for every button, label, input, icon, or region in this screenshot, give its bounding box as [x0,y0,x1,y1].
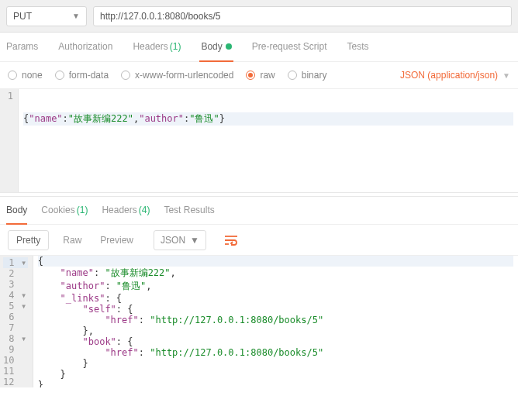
radio-icon [288,71,297,80]
chevron-down-icon: ▼ [502,71,510,80]
format-select[interactable]: JSON ▼ [154,230,206,250]
line-number: 8 ▾ [3,333,28,344]
code-line: } [38,358,513,369]
response-body-editor[interactable]: 1 ▾2 3 4 ▾5 ▾6 7 8 ▾9 10 11 12 { "name":… [0,256,518,387]
radio-icon [55,71,64,80]
radio-label: binary [302,70,327,81]
radio-label: form-data [69,70,109,81]
radio-icon [8,71,17,80]
line-number: 6 [3,312,28,322]
body-type-options: none form-data x-www-form-urlencoded raw… [0,62,518,88]
line-number: 7 [3,322,28,333]
tab-label: Headers [102,205,136,215]
tab-count: (4) [139,205,150,215]
tab-count: (1) [77,205,88,215]
line-number: 10 [3,355,28,366]
wrap-lines-icon[interactable] [220,230,242,250]
tab-label: Pre-request Script [252,41,327,52]
code-line: "name": "故事新编222", [38,267,513,280]
dot-indicator-icon [226,43,232,50]
radio-label: none [22,70,43,81]
tab-label: Body [201,41,222,52]
code-line: } [38,369,513,380]
resp-tab-body[interactable]: Body [6,197,27,225]
line-number: 4 ▾ [3,290,28,301]
line-number: 1 ▾ [3,257,28,268]
code-line: "_links": { [38,293,513,304]
radio-icon [246,71,255,80]
code-line: "href": "http://127.0.0.1:8080/books/5" [38,347,513,358]
resp-tab-test-results[interactable]: Test Results [164,197,214,225]
line-number: 1 [3,91,13,102]
tab-label: Tests [347,41,368,52]
tab-body[interactable]: Body [199,33,233,62]
line-number: 2 [3,268,28,279]
method-select[interactable]: PUT ▼ [6,6,87,26]
content-type-select[interactable]: JSON (application/json) ▼ [400,70,510,81]
radio-form-data[interactable]: form-data [55,70,109,81]
line-number: 11 [3,366,28,377]
code-line: } [38,380,513,387]
line-number: 3 [3,279,28,290]
line-number: 9 [3,344,28,355]
resp-tab-headers[interactable]: Headers(4) [102,197,150,225]
request-tabs: Params Authorization Headers (1) Body Pr… [0,33,518,62]
response-toolbar: Pretty Raw Preview JSON ▼ [0,225,518,256]
line-number: 12 [3,377,28,387]
code-line: "book": { [38,336,513,347]
code-line: }, [38,325,513,336]
request-bar: PUT ▼ [0,0,518,33]
view-preview-button[interactable]: Preview [95,232,138,249]
radio-x-www[interactable]: x-www-form-urlencoded [121,70,233,81]
tab-label: Params [6,41,38,52]
method-value: PUT [13,11,32,22]
tab-count: (1) [170,41,181,52]
tab-tests[interactable]: Tests [345,33,370,62]
tab-label: Body [6,205,27,215]
line-number: 5 ▾ [3,301,28,312]
code-line: "self": { [38,304,513,315]
resp-tab-cookies[interactable]: Cookies(1) [41,197,88,225]
chevron-down-icon: ▼ [190,235,199,246]
code-line: { [38,256,513,267]
response-tabs: Body Cookies(1) Headers(4) Test Results [0,197,518,225]
content-type-label: JSON (application/json) [400,70,498,81]
code-line: {"name":"故事新编222","author":"鲁迅"} [23,112,513,126]
radio-icon [121,71,130,80]
tab-params[interactable]: Params [5,33,40,62]
view-raw-button[interactable]: Raw [58,232,86,249]
radio-label: raw [260,70,275,81]
editor-code[interactable]: {"name":"故事新编222","author":"鲁迅"} [19,89,518,192]
radio-label: x-www-form-urlencoded [135,70,233,81]
url-input[interactable] [93,6,512,26]
code-line: "author": "鲁迅", [38,280,513,293]
request-body-editor[interactable]: 1 {"name":"故事新编222","author":"鲁迅"} [0,88,518,192]
tab-headers[interactable]: Headers (1) [131,33,182,62]
code-line: "href": "http://127.0.0.1:8080/books/5" [38,315,513,325]
tab-prerequest[interactable]: Pre-request Script [250,33,329,62]
format-label: JSON [161,235,185,246]
tab-label: Headers [133,41,167,52]
editor-gutter: 1 [0,89,19,192]
radio-none[interactable]: none [8,70,43,81]
editor-code[interactable]: { "name": "故事新编222", "author": "鲁迅", "_l… [33,256,518,387]
tab-label: Test Results [164,205,214,215]
tab-label: Authorization [58,41,112,52]
radio-binary[interactable]: binary [288,70,327,81]
chevron-down-icon: ▼ [72,12,80,20]
view-pretty-button[interactable]: Pretty [8,230,49,250]
radio-raw[interactable]: raw [246,70,275,81]
editor-gutter: 1 ▾2 3 4 ▾5 ▾6 7 8 ▾9 10 11 12 [0,256,33,387]
tab-authorization[interactable]: Authorization [57,33,114,62]
tab-label: Cookies [41,205,74,215]
